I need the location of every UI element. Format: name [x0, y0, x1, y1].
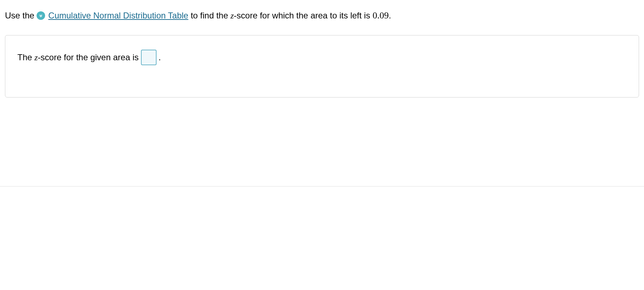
prompt-mid1: to find the	[191, 11, 230, 20]
section-divider	[0, 186, 644, 186]
answer-line: The z-score for the given area is .	[17, 50, 627, 65]
expand-icon[interactable]	[37, 11, 45, 20]
prompt-mid2: -score for which the area to its left is	[234, 11, 373, 20]
prompt-suffix: .	[389, 11, 391, 20]
answer-mid: -score for the given area is	[38, 52, 138, 62]
distribution-table-link[interactable]: Cumulative Normal Distribution Table	[48, 11, 188, 20]
answer-text: The z-score for the given area is	[17, 52, 139, 62]
question-prompt: Use the Cumulative Normal Distribution T…	[0, 0, 644, 31]
prompt-prefix: Use the	[5, 11, 37, 20]
zscore-input[interactable]	[141, 50, 157, 65]
answer-panel: The z-score for the given area is .	[5, 35, 639, 97]
z-variable-answer: z	[34, 53, 38, 62]
area-value: 0.09	[372, 10, 389, 21]
answer-suffix: .	[159, 52, 161, 62]
answer-prefix: The	[17, 52, 34, 62]
z-variable: z	[230, 11, 234, 20]
